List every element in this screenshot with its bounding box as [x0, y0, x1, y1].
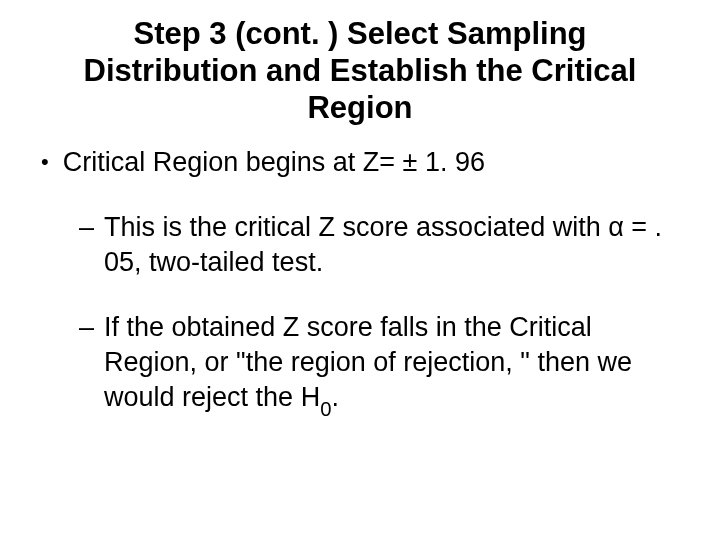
- bullet-text-1: Critical Region begins at Z= ± 1. 96: [63, 145, 685, 180]
- dash-marker: –: [79, 310, 94, 345]
- sub-bullet-text-2: If the obtained Z score falls in the Cri…: [104, 310, 685, 419]
- sub-bullet-text-1: This is the critical Z score associated …: [104, 210, 685, 280]
- sub-bullet-item-2: – If the obtained Z score falls in the C…: [79, 310, 685, 419]
- bullet-marker: •: [41, 145, 49, 178]
- slide-title: Step 3 (cont. ) Select Sampling Distribu…: [35, 15, 685, 127]
- sub-bullet-item-1: – This is the critical Z score associate…: [79, 210, 685, 280]
- bullet-item-1: • Critical Region begins at Z= ± 1. 96: [35, 145, 685, 180]
- sub2-pre: If the obtained Z score falls in the Cri…: [104, 312, 632, 412]
- sub2-post: .: [331, 382, 339, 412]
- sub2-subscript: 0: [320, 398, 331, 420]
- dash-marker: –: [79, 210, 94, 245]
